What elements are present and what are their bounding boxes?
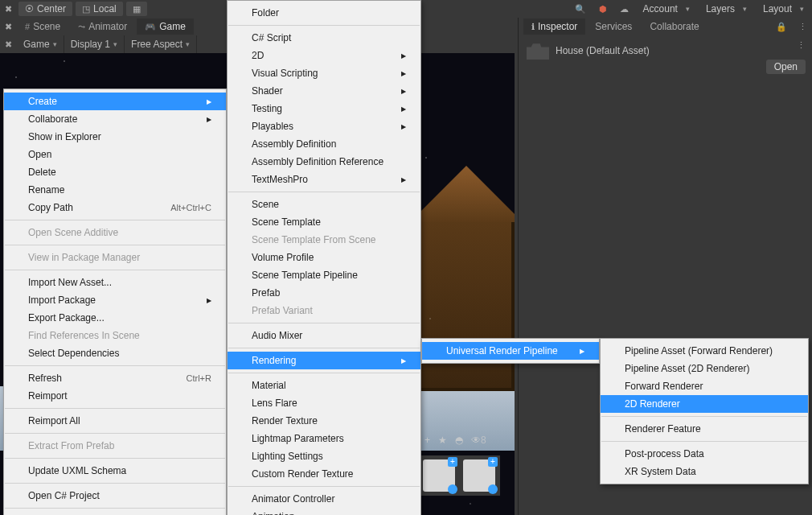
- menu-item[interactable]: Create: [4, 93, 226, 110]
- folder-icon: [527, 42, 549, 60]
- menu-item: Extract From Prefab: [4, 437, 226, 455]
- menu-item[interactable]: Animator Controller: [228, 490, 420, 508]
- visibility-icon[interactable]: 👁8: [471, 435, 486, 446]
- account-dropdown[interactable]: Account: [638, 2, 695, 16]
- open-asset-button[interactable]: Open: [766, 60, 806, 74]
- aspect-select[interactable]: Free Aspect: [125, 35, 197, 53]
- menu-item[interactable]: TextMeshPro: [228, 171, 420, 188]
- tab-services[interactable]: Services: [587, 19, 640, 35]
- menu-item[interactable]: Prefab: [228, 284, 420, 302]
- asset-thumbnail[interactable]: [423, 459, 455, 492]
- rotation-local-label: Local: [93, 3, 117, 14]
- center-icon: ⦿: [25, 4, 34, 14]
- menu-item[interactable]: Copy PathAlt+Ctrl+C: [4, 199, 226, 216]
- menu-item[interactable]: Pipeline Asset (2D Renderer): [601, 360, 808, 377]
- menu-item: View in Package Manager: [4, 249, 226, 266]
- info-icon: ℹ: [531, 22, 535, 32]
- pivot-center-button[interactable]: ⦿ Center: [18, 2, 72, 16]
- menu-item[interactable]: 2D Renderer: [601, 395, 808, 413]
- project-icons: + ★ ◓ 👁8: [424, 431, 486, 449]
- menu-item[interactable]: Export Package...: [4, 309, 226, 327]
- menu-item[interactable]: Shader: [228, 82, 420, 100]
- menu-item[interactable]: Material: [228, 377, 420, 394]
- game-icon: 🎮: [145, 22, 156, 32]
- game-select[interactable]: Game: [17, 35, 64, 53]
- layout-dropdown[interactable]: Layout: [758, 2, 809, 16]
- rendering-submenu[interactable]: Universal Render Pipeline: [421, 338, 600, 364]
- lock-icon[interactable]: 🔒: [776, 22, 787, 32]
- asset-thumbnail[interactable]: [463, 459, 495, 492]
- options-icon[interactable]: ✖: [5, 22, 12, 32]
- menu-item[interactable]: Animation: [228, 508, 420, 515]
- menu-item[interactable]: Rendering: [228, 352, 420, 369]
- menu-item[interactable]: Lens Flare: [228, 394, 420, 412]
- tools-icon[interactable]: ✖: [5, 4, 12, 14]
- menu-item[interactable]: XR System Data: [601, 463, 808, 480]
- tab-inspector[interactable]: ℹInspector: [523, 19, 585, 35]
- menu-item[interactable]: Custom Render Texture: [228, 465, 420, 483]
- grid-snap-button[interactable]: ▦: [126, 2, 147, 16]
- menu-item[interactable]: Import New Asset...: [4, 274, 226, 291]
- menu-item[interactable]: Lighting Settings: [228, 447, 420, 465]
- menu-item[interactable]: Audio Mixer: [228, 327, 420, 344]
- favorite-icon[interactable]: ★: [438, 435, 447, 446]
- project-context-menu[interactable]: CreateCollaborateShow in ExplorerOpenDel…: [3, 89, 227, 515]
- menu-item[interactable]: Folder: [228, 4, 420, 22]
- menu-item[interactable]: Forward Renderer: [601, 377, 808, 395]
- menu-item[interactable]: Renderer Feature: [601, 420, 808, 438]
- menu-item[interactable]: Assembly Definition Reference: [228, 153, 420, 171]
- menu-item[interactable]: Update UXML Schema: [4, 462, 226, 480]
- menu-item[interactable]: Delete: [4, 163, 226, 181]
- grid-icon: ▦: [133, 4, 141, 14]
- layers-dropdown[interactable]: Layers: [701, 2, 752, 16]
- menu-item[interactable]: Render Texture: [228, 412, 420, 430]
- cloud-icon[interactable]: ☁: [620, 4, 629, 14]
- display-select[interactable]: Display 1: [64, 35, 125, 53]
- menu-item[interactable]: Properties...Alt+P: [4, 512, 226, 515]
- more-icon[interactable]: ⋮: [797, 40, 806, 51]
- menu-item[interactable]: Open: [4, 146, 226, 163]
- menu-item[interactable]: Scene Template Pipeline: [228, 266, 420, 284]
- menu-item[interactable]: Lightmap Parameters: [228, 430, 420, 447]
- menu-item[interactable]: Universal Render Pipeline: [422, 342, 599, 360]
- tab-game[interactable]: 🎮Game: [137, 19, 194, 35]
- asset-title: House (Default Asset): [556, 45, 650, 56]
- tab-collaborate[interactable]: Collaborate: [642, 19, 707, 35]
- menu-item[interactable]: Volume Profile: [228, 249, 420, 266]
- menu-item[interactable]: Testing: [228, 100, 420, 117]
- menu-item[interactable]: Reimport: [4, 387, 226, 405]
- local-icon: ◳: [82, 4, 90, 14]
- more-icon[interactable]: ⋮: [798, 22, 807, 32]
- options-icon-2[interactable]: ✖: [5, 39, 12, 50]
- scene-icon: #: [25, 22, 30, 31]
- menu-item[interactable]: Reimport All: [4, 412, 226, 430]
- menu-item[interactable]: Collaborate: [4, 110, 226, 128]
- tab-animator[interactable]: ⤳Animator: [70, 19, 135, 35]
- menu-item: Open Scene Additive: [4, 224, 226, 241]
- pivot-center-label: Center: [37, 3, 66, 14]
- menu-item[interactable]: Scene Template: [228, 213, 420, 231]
- menu-item[interactable]: Scene: [228, 196, 420, 213]
- menu-item[interactable]: Visual Scripting: [228, 64, 420, 82]
- menu-item[interactable]: C# Script: [228, 29, 420, 47]
- menu-item[interactable]: Open C# Project: [4, 487, 226, 505]
- menu-item[interactable]: 2D: [228, 47, 420, 64]
- plus-icon[interactable]: +: [424, 435, 430, 446]
- urp-submenu[interactable]: Pipeline Asset (Forward Renderer)Pipelin…: [600, 338, 809, 484]
- menu-item[interactable]: Post-process Data: [601, 445, 808, 463]
- rotation-local-button[interactable]: ◳ Local: [76, 2, 123, 16]
- menu-item[interactable]: Assembly Definition: [228, 135, 420, 153]
- menu-item[interactable]: Import Package: [4, 291, 226, 309]
- tag-icon[interactable]: ◓: [455, 435, 463, 446]
- menu-item: Prefab Variant: [228, 302, 420, 319]
- menu-item[interactable]: Select Dependencies: [4, 344, 226, 362]
- menu-item[interactable]: Playables: [228, 117, 420, 135]
- menu-item[interactable]: Show in Explorer: [4, 128, 226, 146]
- create-submenu[interactable]: FolderC# Script2DVisual ScriptingShaderT…: [227, 0, 421, 515]
- menu-item[interactable]: Rename: [4, 181, 226, 199]
- menu-item[interactable]: Pipeline Asset (Forward Renderer): [601, 342, 808, 360]
- search-icon[interactable]: 🔍: [575, 4, 586, 14]
- collab-icon[interactable]: ⬢: [599, 4, 607, 14]
- menu-item[interactable]: RefreshCtrl+R: [4, 369, 226, 387]
- tab-scene[interactable]: #Scene: [17, 19, 68, 35]
